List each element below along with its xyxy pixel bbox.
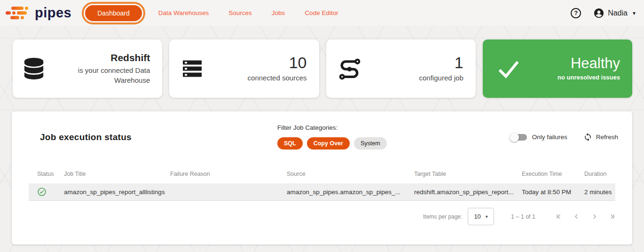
col-source: Source xyxy=(287,171,414,177)
card-subtitle: no unresolved issues xyxy=(558,73,620,82)
col-status: Status xyxy=(29,171,64,177)
refresh-icon xyxy=(583,133,592,142)
sources-icon xyxy=(181,57,204,80)
chevron-left-icon xyxy=(573,213,580,220)
next-page-button[interactable] xyxy=(591,213,598,220)
only-failures-label: Only failures xyxy=(532,134,567,141)
success-check-icon xyxy=(37,187,47,197)
col-failure-reason: Failure Reason xyxy=(170,171,287,177)
top-nav: pipes Dashboard Data Warehouses Sources … xyxy=(0,0,644,26)
card-value: 10 xyxy=(248,55,307,71)
card-subtitle: is your connected Data Warehouse xyxy=(54,66,150,85)
status-cell xyxy=(29,187,64,197)
brand-name: pipes xyxy=(35,5,71,21)
items-per-page-select[interactable]: 10 ▾ xyxy=(468,208,494,225)
items-per-page-value: 10 xyxy=(474,213,480,220)
card-subtitle: connected sources xyxy=(248,73,307,83)
brand-logo[interactable]: pipes xyxy=(5,4,71,22)
page-range-label: 1 – 1 of 1 xyxy=(511,213,535,220)
card-data-warehouse: Redshift is your connected Data Warehous… xyxy=(13,39,162,98)
execution-time-cell: Today at 8:50 PM xyxy=(522,189,584,196)
card-title: Redshift xyxy=(54,52,150,63)
table-row[interactable]: amazon_sp_pipes_report_alllistings amazo… xyxy=(29,183,615,201)
nav-right: ? Nadia ▾ xyxy=(571,8,636,19)
refresh-label: Refresh xyxy=(596,134,618,141)
pagination: Items per page: 10 ▾ 1 – 1 of 1 xyxy=(423,208,616,225)
chevron-down-icon: ▾ xyxy=(486,214,488,219)
help-icon[interactable]: ? xyxy=(571,8,581,18)
first-page-icon xyxy=(555,213,562,220)
section-title: Job execution status xyxy=(40,132,132,142)
nav-links: Data Warehouses Sources Jobs Code Editor xyxy=(158,9,338,16)
card-configured-jobs: 1 configured job xyxy=(326,39,476,98)
user-name: Nadia xyxy=(608,9,628,17)
card-connected-sources: 10 connected sources xyxy=(169,39,319,98)
chevron-down-icon: ▾ xyxy=(633,10,636,16)
filter-chip-system[interactable]: System xyxy=(354,137,387,150)
dashboard-highlight-annotation: Dashboard xyxy=(82,2,145,24)
card-value: 1 xyxy=(419,55,463,71)
target-table-cell: redshift.amazon_sp_pipes_report... xyxy=(414,189,522,196)
nav-item-data-warehouses[interactable]: Data Warehouses xyxy=(158,9,209,16)
col-execution-time: Execution Time xyxy=(522,171,584,177)
duration-cell: 2 minutes xyxy=(584,189,615,196)
first-page-button[interactable] xyxy=(555,213,562,220)
previous-page-button[interactable] xyxy=(573,213,580,220)
nav-item-sources[interactable]: Sources xyxy=(228,9,252,16)
avatar-icon xyxy=(593,8,605,19)
source-cell: amazon_sp_pipes.amazon_sp_pipes_... xyxy=(287,189,414,196)
nav-item-jobs[interactable]: Jobs xyxy=(272,9,285,16)
job-table: Status Job Title Failure Reason Source T… xyxy=(29,165,615,201)
pipeline-icon xyxy=(338,56,362,81)
filter-chip-copy-over[interactable]: Copy Over xyxy=(307,137,350,150)
table-header-row: Status Job Title Failure Reason Source T… xyxy=(29,165,615,183)
col-target-table: Target Table xyxy=(414,171,522,177)
job-category-filters: Filter Job Categories: SQL Copy Over Sys… xyxy=(277,124,387,150)
only-failures-toggle[interactable]: Only failures xyxy=(511,134,567,141)
last-page-icon xyxy=(609,213,616,220)
chevron-right-icon xyxy=(591,213,598,220)
filter-label: Filter Job Categories: xyxy=(277,124,387,131)
nav-item-dashboard[interactable]: Dashboard xyxy=(85,5,142,21)
card-value: Healthy xyxy=(558,56,620,71)
job-title-cell: amazon_sp_pipes_report_alllistings xyxy=(64,189,170,196)
refresh-button[interactable]: Refresh xyxy=(583,133,618,142)
card-health-status: Healthy no unresolved issues xyxy=(483,39,632,98)
pipes-logo-icon xyxy=(5,4,31,22)
user-menu[interactable]: Nadia ▾ xyxy=(593,8,636,19)
last-page-button[interactable] xyxy=(609,213,616,220)
toggle-track[interactable] xyxy=(511,134,527,141)
database-icon xyxy=(24,58,44,79)
filter-chip-sql[interactable]: SQL xyxy=(277,137,303,150)
nav-item-code-editor[interactable]: Code Editor xyxy=(305,9,338,16)
check-icon xyxy=(494,55,523,82)
job-execution-panel: Job execution status Filter Job Categori… xyxy=(12,111,632,244)
card-subtitle: configured job xyxy=(419,73,463,83)
toggle-knob[interactable] xyxy=(510,133,519,142)
items-per-page-label: Items per page: xyxy=(423,213,462,220)
panel-controls: Only failures Refresh xyxy=(511,133,618,142)
stat-cards: Redshift is your connected Data Warehous… xyxy=(13,39,632,98)
col-job-title: Job Title xyxy=(64,171,170,177)
col-duration: Duration xyxy=(584,171,615,177)
